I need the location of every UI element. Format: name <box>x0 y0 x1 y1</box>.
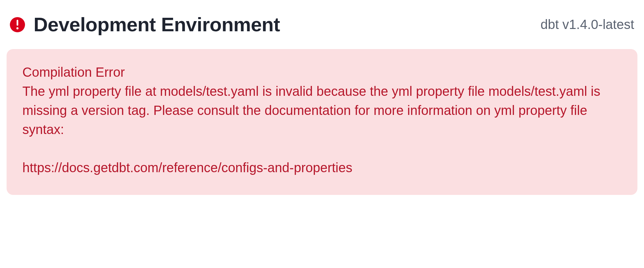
error-title: Compilation Error <box>22 65 622 80</box>
page-title: Development Environment <box>34 13 280 36</box>
error-panel: Compilation Error The yml property file … <box>7 49 637 195</box>
version-label: dbt v1.4.0-latest <box>540 17 634 32</box>
error-exclamation-icon <box>10 17 25 32</box>
error-message: The yml property file at models/test.yam… <box>22 82 622 177</box>
header-left: Development Environment <box>10 13 280 36</box>
svg-point-1 <box>16 27 18 29</box>
svg-rect-0 <box>17 20 18 26</box>
header-row: Development Environment dbt v1.4.0-lates… <box>7 13 637 36</box>
